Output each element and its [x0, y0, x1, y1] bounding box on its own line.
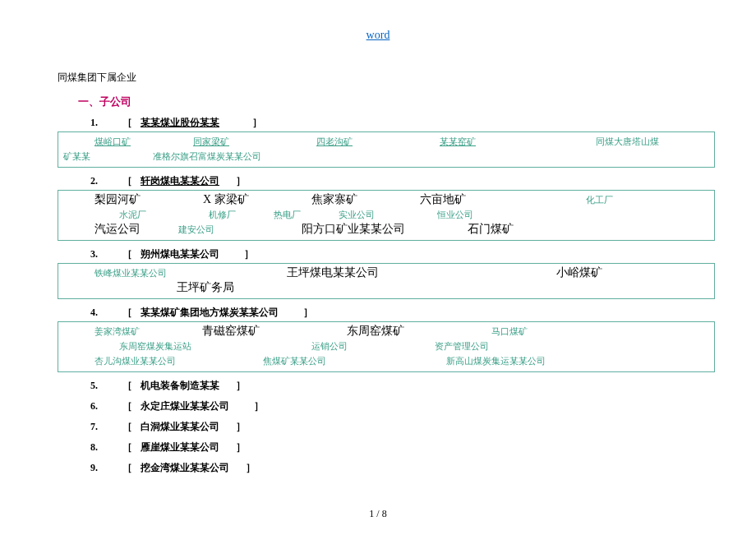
item[interactable]: 某某窑矿	[440, 134, 476, 149]
bracket-r: ］	[236, 379, 246, 393]
item: 王坪煤电某某公司	[287, 265, 379, 280]
entry-name: 雁崖煤业某某公司	[141, 440, 219, 454]
entry-9: 9. ［ 挖金湾煤业某某公司 ］	[90, 461, 756, 475]
bracket-r: ］	[246, 461, 256, 475]
entry-num: 9.	[90, 462, 98, 474]
bracket-l: ［	[122, 461, 132, 475]
entry-name: 某某煤矿集团地方煤炭某某公司	[141, 306, 279, 320]
entry-name: 机电装备制造某某	[141, 379, 219, 393]
item: 姜家湾煤矿	[94, 324, 140, 339]
entry-name: 挖金湾煤业某某公司	[141, 461, 229, 475]
bracket-r: ］	[236, 174, 246, 188]
entry-name: 朔州煤电某某公司	[141, 247, 219, 261]
item: 运销公司	[311, 339, 348, 353]
box-1: 煤峪口矿 同家梁矿 四老沟矿 某某窑矿 同煤大唐塔山煤 矿某某 准格尔旗召富煤炭…	[58, 131, 715, 168]
entry-name: 永定庄煤业某某公司	[141, 399, 229, 413]
item: 水泥厂	[119, 207, 146, 222]
item: 机修厂	[209, 207, 236, 222]
entry-num: 3.	[90, 248, 98, 261]
item: 焦家寨矿	[311, 192, 357, 207]
entry-num: 1.	[90, 117, 98, 129]
item: 新高山煤炭集运某某公司	[446, 353, 546, 368]
entry-4: 4. ［ 某某煤矿集团地方煤炭某某公司 ］	[90, 306, 756, 320]
bracket-r: ］	[254, 399, 264, 413]
header-link[interactable]: word	[0, 0, 756, 71]
bracket-l: ［	[122, 116, 132, 130]
item: 恒业公司	[437, 207, 473, 222]
bracket-l: ［	[122, 174, 132, 188]
entry-6: 6. ［ 永定庄煤业某某公司 ］	[90, 399, 756, 413]
box-3: 铁峰煤业某某公司 王坪煤电某某公司 小峪煤矿 王坪矿务局	[58, 263, 715, 299]
entry-8: 8. ［ 雁崖煤业某某公司 ］	[90, 440, 756, 454]
bracket-r: ］	[244, 247, 254, 261]
bracket-l: ［	[122, 247, 132, 261]
item: 东周窑煤炭集运站	[119, 339, 191, 353]
entry-7: 7. ［ 白洞煤业某某公司 ］	[90, 420, 756, 434]
item: 焦煤矿某某公司	[263, 353, 326, 368]
item: 六亩地矿	[420, 192, 466, 207]
header-link-text: word	[366, 29, 390, 41]
section-heading: 一、子公司	[78, 95, 756, 109]
item: 梨园河矿	[94, 192, 141, 207]
bracket-r: ］	[236, 420, 246, 434]
page-number: 1 / 8	[369, 508, 386, 519]
item: 矿某某	[63, 149, 90, 164]
box-2: 梨园河矿 X 家梁矿 焦家寨矿 六亩地矿 化工厂 水泥厂 机修厂 热电厂 实业公…	[58, 190, 715, 241]
bracket-r: ］	[252, 116, 262, 130]
item[interactable]: 煤峪口矿	[94, 134, 131, 149]
item: 杏儿沟煤业某某公司	[94, 353, 176, 368]
page-title: 同煤集团下属企业	[58, 71, 756, 85]
entry-num: 2.	[90, 175, 98, 187]
entry-name[interactable]: 某某煤业股份某某	[141, 116, 219, 130]
entry-1: 1. ［ 某某煤业股份某某 ］	[90, 116, 756, 130]
bracket-l: ［	[122, 440, 132, 454]
entry-3: 3. ［ 朔州煤电某某公司 ］	[90, 247, 756, 261]
box-4: 姜家湾煤矿 青磁窑煤矿 东周窑煤矿 马口煤矿 东周窑煤炭集运站 运销公司 资产管…	[58, 321, 715, 372]
item: 东周窑煤矿	[347, 324, 404, 339]
item: 建安公司	[178, 222, 214, 237]
bracket-r: ］	[236, 440, 246, 454]
bracket-l: ［	[122, 399, 132, 413]
item: 资产管理公司	[435, 339, 489, 353]
entry-num: 6.	[90, 400, 98, 413]
entry-2: 2. ［ 轩岗煤电某某公司 ］	[90, 174, 756, 188]
entry-name: 白洞煤业某某公司	[141, 420, 219, 434]
entry-num: 8.	[90, 441, 98, 454]
entry-num: 7.	[90, 421, 98, 433]
item: X 家梁矿	[203, 192, 249, 207]
item: 石门煤矿	[468, 222, 514, 237]
entry-name[interactable]: 轩岗煤电某某公司	[141, 174, 219, 188]
item: 王坪矿务局	[177, 280, 234, 295]
bracket-l: ［	[122, 420, 132, 434]
entry-num: 4.	[90, 307, 98, 319]
bracket-l: ［	[122, 379, 132, 393]
item: 化工厂	[586, 192, 613, 207]
item: 汽运公司	[94, 222, 141, 237]
entry-5: 5. ［ 机电装备制造某某 ］	[90, 379, 756, 393]
item: 实业公司	[339, 207, 375, 222]
bracket-l: ［	[122, 306, 132, 320]
page-footer: 1 / 8	[0, 508, 756, 520]
item: 准格尔旗召富煤炭某某公司	[153, 149, 261, 164]
item: 马口煤矿	[491, 324, 528, 339]
item: 青磁窑煤矿	[202, 324, 260, 339]
item: 同煤大唐塔山煤	[596, 134, 659, 149]
item: 热电厂	[274, 207, 301, 222]
item: 铁峰煤业某某公司	[94, 265, 167, 280]
item: 阳方口矿业某某公司	[302, 222, 405, 237]
bracket-r: ］	[303, 306, 313, 320]
entry-num: 5.	[90, 380, 98, 392]
item[interactable]: 同家梁矿	[193, 134, 229, 149]
item[interactable]: 四老沟矿	[316, 134, 353, 149]
item: 小峪煤矿	[556, 265, 602, 280]
